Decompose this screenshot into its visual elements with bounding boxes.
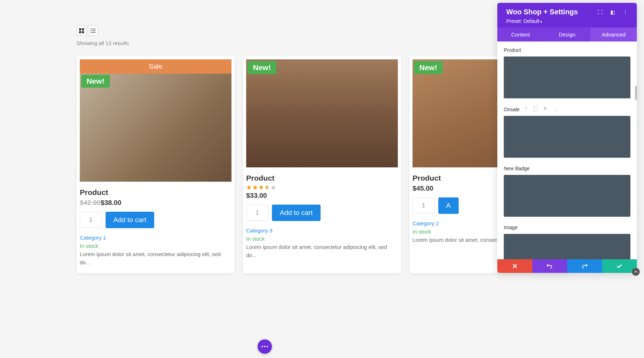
sale-badge: Sale bbox=[80, 59, 231, 74]
product-card: New! Product $33.00 bbox=[243, 56, 401, 273]
scrollbar[interactable] bbox=[635, 86, 637, 100]
scroll-top-button[interactable] bbox=[632, 268, 640, 276]
check-icon bbox=[617, 264, 622, 268]
product-description: Lorem ipsum dolor sit amet, consectetur … bbox=[80, 250, 231, 266]
star-empty-icon bbox=[270, 185, 276, 190]
new-badge: New! bbox=[81, 75, 110, 88]
setting-label-product: Product bbox=[504, 47, 521, 53]
list-icon bbox=[90, 28, 96, 34]
new-badge: New! bbox=[248, 61, 276, 74]
product-image[interactable] bbox=[80, 74, 231, 182]
quantity-input[interactable] bbox=[413, 198, 435, 214]
product-card: Sale New! Product $42.00$38.00 Add to ca… bbox=[77, 56, 235, 273]
svg-point-6 bbox=[91, 30, 92, 31]
settings-panel: Woo Shop + Settings ⛶ ◧ ⋮ Preset: Defaul… bbox=[497, 3, 637, 273]
tab-advanced[interactable]: Advanced bbox=[590, 28, 637, 41]
quantity-input[interactable] bbox=[246, 205, 268, 221]
setting-box-new-badge[interactable] bbox=[504, 175, 630, 217]
svg-rect-9 bbox=[92, 32, 96, 33]
add-to-cart-button[interactable]: Add to cart bbox=[106, 212, 154, 228]
device-icon[interactable] bbox=[534, 106, 537, 112]
product-description: Lorem ipsum dolor sit amet, consectetur … bbox=[246, 243, 398, 259]
product-title[interactable]: Product bbox=[246, 174, 398, 182]
category-link[interactable]: Category 3 bbox=[246, 227, 398, 234]
svg-point-4 bbox=[91, 29, 92, 30]
old-price: $42.00 bbox=[80, 199, 101, 206]
tab-design[interactable]: Design bbox=[544, 28, 590, 41]
grid-view-button[interactable] bbox=[77, 26, 87, 36]
stock-status: In stock bbox=[80, 243, 231, 249]
help-icon[interactable]: ? bbox=[525, 106, 527, 112]
redo-icon bbox=[582, 264, 587, 269]
svg-rect-3 bbox=[82, 31, 84, 33]
svg-rect-11 bbox=[534, 106, 537, 111]
svg-rect-1 bbox=[82, 28, 84, 30]
add-to-cart-button[interactable]: A bbox=[438, 197, 459, 214]
product-price: $33.00 bbox=[246, 192, 398, 200]
menu-icon[interactable]: ⋮ bbox=[623, 9, 628, 15]
dots-icon bbox=[262, 346, 268, 347]
setting-label-new-badge: New Badge bbox=[504, 166, 530, 171]
star-icon bbox=[246, 185, 252, 190]
close-icon bbox=[513, 264, 517, 268]
results-count: Showing all 12 results bbox=[77, 40, 567, 46]
chevron-up-icon bbox=[634, 270, 638, 274]
star-icon bbox=[252, 185, 258, 190]
list-view-button[interactable] bbox=[88, 26, 98, 36]
price: $45.00 bbox=[413, 185, 433, 192]
tab-content[interactable]: Content bbox=[497, 28, 544, 41]
svg-rect-5 bbox=[92, 29, 96, 29]
setting-label-onsale: Onsale bbox=[504, 107, 519, 112]
svg-rect-7 bbox=[92, 30, 96, 31]
redo-button[interactable] bbox=[567, 259, 602, 273]
price: $33.00 bbox=[246, 192, 267, 199]
options-icon[interactable]: ⋮ bbox=[554, 106, 558, 112]
setting-box-product[interactable] bbox=[504, 57, 630, 98]
new-badge: New! bbox=[414, 61, 443, 74]
grid-icon bbox=[79, 28, 84, 34]
star-icon bbox=[258, 185, 264, 190]
star-half-icon bbox=[264, 185, 270, 190]
product-image[interactable] bbox=[246, 59, 398, 167]
svg-rect-0 bbox=[79, 28, 81, 30]
setting-label-image: Image bbox=[504, 225, 518, 230]
more-options-fab[interactable] bbox=[258, 339, 272, 354]
setting-box-onsale[interactable] bbox=[504, 116, 630, 158]
new-price: $38.00 bbox=[101, 199, 121, 206]
undo-icon bbox=[547, 264, 552, 269]
svg-point-8 bbox=[91, 32, 92, 33]
quantity-input[interactable] bbox=[80, 212, 102, 228]
undo-button[interactable] bbox=[532, 259, 567, 273]
stock-status: In stock bbox=[246, 236, 398, 242]
panel-title: Woo Shop + Settings bbox=[506, 8, 578, 16]
fullscreen-icon[interactable]: ⛶ bbox=[597, 9, 602, 15]
pointer-icon[interactable] bbox=[544, 106, 547, 112]
add-to-cart-button[interactable]: Add to cart bbox=[272, 205, 321, 221]
star-rating bbox=[246, 185, 398, 190]
svg-rect-2 bbox=[79, 31, 81, 33]
dock-icon[interactable]: ◧ bbox=[610, 9, 615, 15]
product-title[interactable]: Product bbox=[80, 188, 231, 197]
product-price: $42.00$38.00 bbox=[80, 199, 231, 207]
close-button[interactable] bbox=[497, 259, 532, 273]
preset-selector[interactable]: Preset: Default bbox=[506, 18, 628, 24]
category-link[interactable]: Category 1 bbox=[80, 235, 231, 241]
setting-box-image[interactable] bbox=[504, 234, 630, 259]
